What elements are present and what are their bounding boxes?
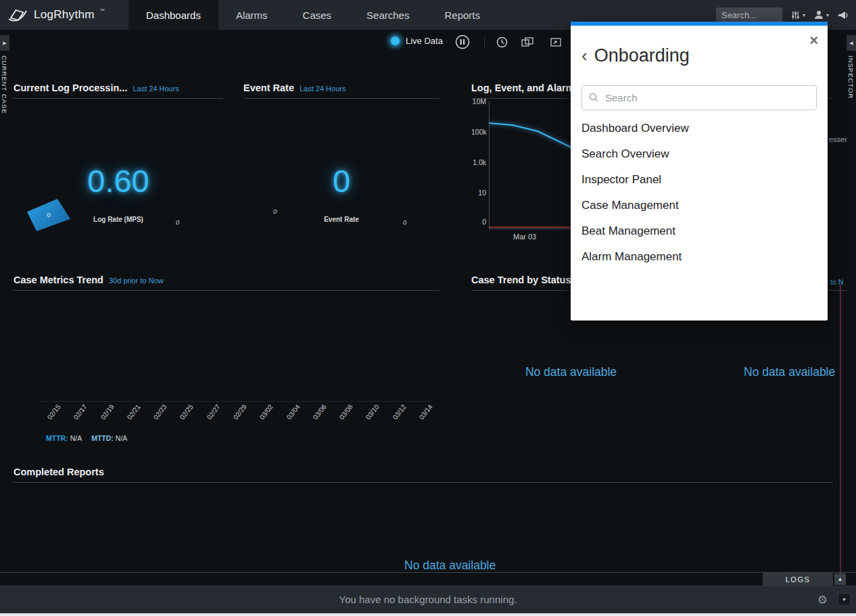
down-arrow-icon: ▼ [842, 597, 847, 602]
logrhythm-logo-icon [8, 7, 28, 22]
x-axis-date-label: 03/12 [391, 403, 425, 435]
add-dashboard-button[interactable] [521, 37, 533, 47]
tab-reports[interactable]: Reports [427, 0, 498, 30]
bottom-edge [0, 613, 856, 616]
trademark: ™ [100, 8, 105, 13]
gauge-max-label: 0 [403, 218, 406, 226]
panel-title: Current Log Processin... [14, 82, 127, 93]
tab-searches[interactable]: Searches [349, 0, 427, 30]
pause-button[interactable] [455, 34, 470, 49]
panel-title: Completed Reports [14, 467, 104, 477]
time-range-button[interactable] [496, 37, 508, 48]
gauge-min-label: 0 [273, 208, 277, 215]
user-icon [813, 9, 824, 20]
background-tasks-status: You have no background tasks running. [0, 594, 856, 605]
panel-range-link[interactable]: Last 24 Hours [133, 85, 179, 93]
live-data-indicator: Live Data [391, 36, 443, 46]
brand-name: LogRhythm [34, 8, 95, 22]
panel-title: Case Trend by Status [471, 275, 571, 285]
list-item-alarm-management[interactable]: Alarm Management [571, 244, 828, 270]
announcements-button[interactable] [837, 10, 849, 20]
chevron-down-icon: ▾ [803, 12, 805, 18]
event-rate-caption: Event Rate [243, 216, 439, 223]
logs-drawer-divider [0, 572, 856, 573]
export-dashboard-button[interactable] [550, 37, 562, 47]
x-axis-date-label: 02/29 [232, 403, 266, 435]
panel-event-rate: Event Rate Last 24 Hours 0 Event Rate 0 … [243, 82, 439, 245]
mttr-value: N/A [70, 434, 82, 442]
x-axis-date-label: 02/21 [125, 403, 159, 435]
logs-drawer-tab[interactable]: LOGS [763, 573, 833, 586]
toolbar-divider [484, 37, 485, 49]
panel-completed-reports: Completed Reports No data available [14, 467, 833, 575]
y-axis-tick-label: 1.0k [471, 158, 486, 166]
x-axis-date-label: 02/27 [205, 403, 239, 435]
y-axis-tick-label: 10M [471, 97, 486, 105]
x-axis-date-label: 03/06 [311, 403, 345, 435]
current-case-rail-label[interactable]: CURRENT CASE [1, 55, 8, 114]
megaphone-icon [837, 10, 849, 20]
tab-cases[interactable]: Cases [285, 0, 350, 30]
panel-title: Log, Event, and Alarm [471, 82, 575, 93]
y-axis-tick-label: 100k [471, 128, 486, 136]
back-chevron-icon[interactable]: ‹ [581, 47, 588, 64]
live-data-label: Live Data [406, 36, 443, 46]
no-data-message: No data available [471, 365, 671, 379]
x-axis-date-label: 02/17 [72, 403, 106, 435]
expand-logs-button[interactable]: ▲ [834, 573, 846, 585]
popup-title: Onboarding [594, 45, 690, 66]
list-item-search-overview[interactable]: Search Overview [571, 141, 828, 167]
inspector-rail: ◀ INSPECTOR [847, 30, 856, 573]
filters-menu-button[interactable]: ▾ [790, 10, 805, 20]
x-axis-date-label: 03/14 [418, 403, 452, 435]
window-export-icon [550, 37, 562, 47]
pause-icon [455, 34, 470, 49]
x-axis-date-label: 02/15 [46, 403, 80, 435]
case-metrics-stats: MTTR:N/AMTTD:N/A [46, 434, 127, 442]
y-axis-tick-label: 0 [471, 218, 486, 226]
y-axis-tick-label: 10 [471, 189, 486, 197]
up-arrow-icon: ▲ [838, 576, 843, 582]
status-bar: You have no background tasks running. ⚙ … [0, 586, 856, 614]
panel-range-link[interactable]: 30d prior to Now [109, 277, 164, 285]
sliders-icon [790, 10, 801, 20]
list-item-case-management[interactable]: Case Management [571, 193, 828, 218]
live-data-dot-icon [391, 37, 400, 45]
user-menu-button[interactable]: ▾ [813, 9, 829, 20]
tab-alarms[interactable]: Alarms [218, 0, 285, 30]
close-icon[interactable]: × [809, 34, 818, 47]
panel-range-link[interactable]: Last 24 Hours [300, 85, 346, 93]
no-data-message: No data available [744, 365, 835, 379]
mttd-value: N/A [116, 434, 128, 442]
brand[interactable]: LogRhythm ™ [0, 0, 128, 30]
global-search-input[interactable] [716, 7, 782, 23]
gauge-min-label: 0 [47, 212, 50, 218]
inspector-expand-button[interactable]: ◀ [847, 35, 856, 51]
popup-header: ‹ Onboarding [571, 26, 828, 66]
collapse-statusbar-button[interactable]: ▼ [838, 593, 851, 606]
app-root: LogRhythm ™ Dashboards Alarms Cases Sear… [0, 0, 856, 616]
clipped-range-text: to N [830, 278, 843, 286]
onboarding-topics-list: Dashboard Overview Search Overview Inspe… [571, 116, 828, 270]
list-item-beat-management[interactable]: Beat Management [571, 218, 828, 244]
popup-search-input[interactable] [581, 85, 817, 110]
search-icon [588, 92, 599, 103]
gauge-needle-shape: 0 [27, 199, 70, 231]
x-axis-date-label: 02/19 [99, 403, 133, 435]
panel-current-log-processing: Current Log Processin... Last 24 Hours 0… [14, 82, 223, 245]
list-item-dashboard-overview[interactable]: Dashboard Overview [571, 116, 828, 141]
x-axis-date-label: 03/08 [338, 403, 372, 435]
x-axis-line [39, 401, 431, 402]
clock-icon [496, 37, 508, 48]
inspector-rail-label[interactable]: INSPECTOR [847, 55, 855, 99]
primary-tabs: Dashboards Alarms Cases Searches Reports [128, 0, 498, 30]
chevron-down-icon: ▾ [826, 12, 829, 18]
tab-dashboards[interactable]: Dashboards [128, 0, 218, 30]
panel-title: Event Rate [243, 82, 294, 93]
collapse-left-icon: ◀ [849, 41, 853, 46]
list-item-inspector-panel[interactable]: Inspector Panel [571, 167, 828, 193]
x-axis-date-label: 03/04 [285, 403, 318, 435]
gear-icon[interactable]: ⚙ [817, 593, 828, 607]
current-case-expand-button[interactable]: ▶ [0, 35, 9, 51]
new-window-icon [521, 37, 533, 47]
